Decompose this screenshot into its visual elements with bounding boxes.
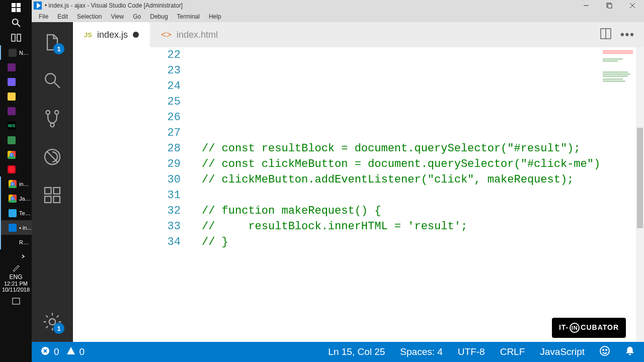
menu-edit[interactable]: Edit: [53, 12, 72, 21]
code-line[interactable]: [202, 47, 600, 63]
line-number: 23: [73, 63, 181, 78]
svg-point-33: [606, 349, 607, 350]
svg-rect-21: [45, 188, 51, 194]
start-button[interactable]: [0, 0, 32, 15]
explorer-icon[interactable]: 1: [42, 32, 62, 52]
notifications-bell-icon[interactable]: [625, 346, 635, 358]
taskbar-item-label: Java...: [19, 196, 32, 202]
menu-selection[interactable]: Selection: [73, 12, 106, 21]
window-titlebar[interactable]: • index.js - ajax - Visual Studio Code […: [32, 0, 644, 11]
taskbar-item-label: • in...: [19, 225, 32, 231]
window-maximize-button[interactable]: [598, 0, 621, 11]
svg-rect-7: [17, 34, 21, 41]
code-line[interactable]: // clickMeButton.addEventListener("click…: [202, 172, 600, 188]
taskbar-item[interactable]: [0, 162, 32, 176]
taskbar-item[interactable]: inde...: [0, 176, 32, 191]
menu-terminal[interactable]: Terminal: [173, 12, 204, 21]
code-line[interactable]: [202, 110, 600, 125]
taskbar-item[interactable]: Not...: [0, 45, 32, 60]
warnings-icon[interactable]: [66, 346, 75, 358]
debug-icon[interactable]: [42, 147, 62, 167]
errors-count[interactable]: 0: [54, 346, 59, 357]
app-icon: [9, 224, 17, 232]
tab-index-html[interactable]: <> index.html: [150, 22, 229, 47]
app-icon: [8, 63, 16, 71]
tray-pen-icon[interactable]: [0, 261, 32, 274]
tray-notifications-icon[interactable]: [0, 296, 32, 308]
window-close-button[interactable]: [621, 0, 644, 11]
code-line[interactable]: // function makeRequest() {: [202, 203, 600, 219]
menu-go[interactable]: Go: [129, 12, 145, 21]
status-indentation[interactable]: Spaces: 4: [400, 346, 443, 357]
search-icon[interactable]: [42, 70, 62, 90]
tray-date[interactable]: 10/11/2018: [0, 287, 32, 293]
line-number: 25: [73, 94, 181, 110]
code-line[interactable]: [202, 125, 600, 141]
status-cursor-position[interactable]: Ln 15, Col 25: [328, 346, 385, 357]
taskbar-search-icon[interactable]: [0, 15, 32, 30]
feedback-smiley-icon[interactable]: [600, 346, 610, 358]
task-view-icon[interactable]: [0, 30, 32, 45]
taskbar-item-active[interactable]: • in...: [0, 220, 32, 235]
taskbar-item[interactable]: [0, 104, 32, 118]
taskbar-item[interactable]: [0, 133, 32, 147]
status-encoding[interactable]: UTF-8: [458, 346, 485, 357]
menu-file[interactable]: File: [35, 12, 52, 21]
tray-overflow-icon[interactable]: [0, 251, 32, 261]
taskbar-item[interactable]: [0, 74, 32, 89]
tray-time[interactable]: 12:21 PM: [0, 281, 32, 287]
code-content[interactable]: // const resultBlock = document.querySel…: [202, 47, 600, 250]
code-line[interactable]: [202, 63, 600, 78]
windows-taskbar: Not... WS inde... Java... Tele... • in..…: [0, 0, 32, 362]
app-icon: [8, 107, 16, 115]
taskbar-item-label: inde...: [19, 181, 32, 187]
line-number: 24: [73, 78, 181, 94]
warnings-count[interactable]: 0: [79, 346, 85, 357]
vscode-logo-icon: [34, 2, 42, 10]
code-line[interactable]: // const clickMeButton = document.queryS…: [202, 156, 600, 172]
code-editor[interactable]: 22232425262728293031323334 // const resu…: [73, 47, 600, 342]
window-minimize-button[interactable]: [575, 0, 598, 11]
taskbar-item[interactable]: [0, 147, 32, 162]
minimap[interactable]: [600, 47, 636, 342]
errors-icon[interactable]: [41, 346, 50, 358]
line-number: 34: [73, 234, 181, 250]
code-line[interactable]: [202, 94, 600, 110]
menu-view[interactable]: View: [107, 12, 128, 21]
svg-point-17: [55, 111, 59, 115]
code-line[interactable]: // const resultBlock = document.querySel…: [202, 141, 600, 156]
settings-badge: 1: [53, 323, 64, 334]
taskbar-item[interactable]: [0, 89, 32, 104]
status-language[interactable]: JavaScript: [540, 346, 585, 357]
code-line[interactable]: [202, 188, 600, 203]
extensions-icon[interactable]: [42, 185, 62, 205]
tray-language[interactable]: ENG: [0, 274, 32, 281]
svg-rect-3: [16, 8, 20, 12]
code-line[interactable]: // resultBlock.innerHTML = 'result';: [202, 219, 600, 234]
code-line[interactable]: // }: [202, 234, 600, 250]
vertical-scrollbar[interactable]: [636, 47, 644, 342]
split-editor-icon[interactable]: [600, 28, 611, 41]
svg-point-18: [50, 123, 54, 127]
more-actions-icon[interactable]: •••: [620, 28, 635, 41]
source-control-icon[interactable]: [42, 109, 62, 129]
taskbar-item[interactable]: WS: [0, 118, 32, 133]
settings-gear-icon[interactable]: 1: [42, 312, 62, 332]
taskbar-item[interactable]: Tele...: [0, 206, 32, 220]
scrollbar-thumb[interactable]: [637, 128, 643, 228]
app-icon: [8, 78, 16, 86]
app-icon: [9, 238, 17, 246]
tab-label: index.html: [177, 30, 218, 40]
menu-debug[interactable]: Debug: [146, 12, 172, 21]
taskbar-item[interactable]: [0, 60, 32, 74]
menu-help[interactable]: Help: [205, 12, 225, 21]
taskbar-item[interactable]: Rec...: [0, 235, 32, 249]
svg-line-20: [47, 151, 58, 163]
editor-tabs: JS index.js <> index.html •••: [73, 22, 644, 47]
status-eol[interactable]: CRLF: [500, 346, 525, 357]
code-line[interactable]: [202, 78, 600, 94]
tab-index-js[interactable]: JS index.js: [73, 22, 150, 47]
app-icon: [8, 136, 16, 144]
svg-point-32: [603, 349, 604, 350]
taskbar-item[interactable]: Java...: [0, 191, 32, 206]
